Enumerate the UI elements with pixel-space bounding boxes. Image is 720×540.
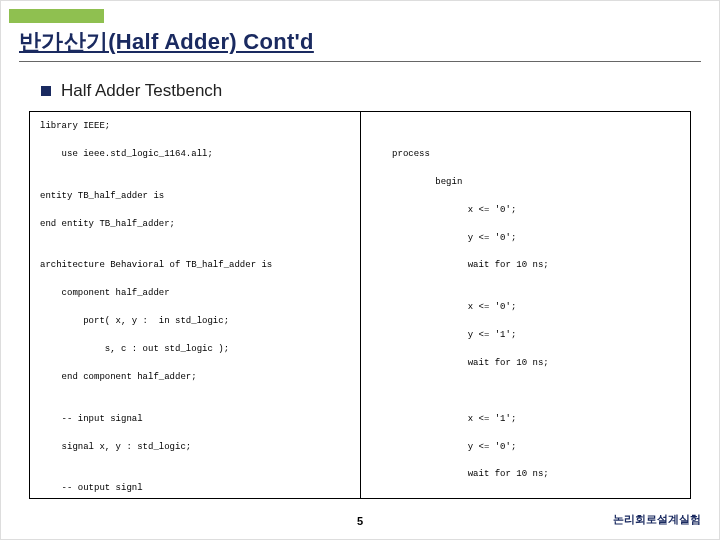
bullet-row: Half Adder Testbench [41, 81, 222, 101]
code-left: library IEEE; use ieee.std_logic_1164.al… [30, 112, 361, 498]
code-right: process begin x <= '0'; y <= '0'; wait f… [361, 112, 691, 498]
footer-label: 논리회로설계실험 [613, 512, 701, 527]
bullet-text: Half Adder Testbench [61, 81, 222, 101]
page-number: 5 [357, 515, 363, 527]
bullet-icon [41, 86, 51, 96]
title-wrap: 반가산기(Half Adder) Cont'd [19, 27, 701, 62]
page-title: 반가산기(Half Adder) Cont'd [19, 27, 701, 62]
code-box: library IEEE; use ieee.std_logic_1164.al… [29, 111, 691, 499]
accent-bar [9, 9, 104, 23]
slide: 반가산기(Half Adder) Cont'd Half Adder Testb… [0, 0, 720, 540]
